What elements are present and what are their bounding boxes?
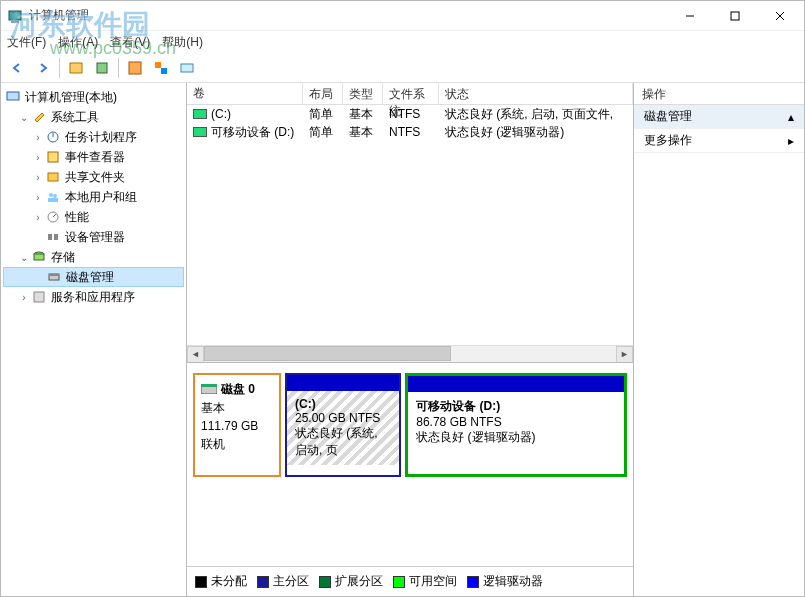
tree-label: 存储 [51,249,75,266]
collapse-icon[interactable]: ⌄ [17,112,31,123]
svg-rect-25 [34,254,44,260]
expand-icon[interactable]: › [17,292,31,303]
expand-icon[interactable]: › [31,192,45,203]
svg-rect-3 [731,12,739,20]
tree-task-scheduler[interactable]: › 任务计划程序 [3,127,184,147]
disk-state: 联机 [201,436,273,452]
actions-more[interactable]: 更多操作 ▸ [634,129,804,153]
tree-label: 设备管理器 [65,229,125,246]
disk-graphical-view: 磁盘 0 基本 111.79 GB 联机 (C:) 25.00 GB NTFS [187,363,633,596]
tree-label: 计算机管理(本地) [25,89,117,106]
svg-rect-10 [161,68,167,74]
volume-row[interactable]: 可移动设备 (D:) 简单 基本 NTFS 状态良好 (逻辑驱动器) [187,123,633,141]
volume-row[interactable]: (C:) 简单 基本 NTFS 状态良好 (系统, 启动, 页面文件, [187,105,633,123]
tree-label: 性能 [65,209,89,226]
partition-name: 可移动设备 (D:) [416,398,616,415]
partition-d[interactable]: 可移动设备 (D:) 86.78 GB NTFS 状态良好 (逻辑驱动器) [405,373,627,477]
tree-services[interactable]: › 服务和应用程序 [3,287,184,307]
svg-rect-11 [181,64,193,72]
disk-header-box[interactable]: 磁盘 0 基本 111.79 GB 联机 [193,373,281,477]
svg-rect-28 [34,292,44,302]
vol-name: (C:) [211,107,231,121]
expand-icon[interactable]: › [31,212,45,223]
vol-status: 状态良好 (逻辑驱动器) [439,123,633,142]
storage-icon [31,249,47,265]
actions-header: 操作 [634,83,804,105]
tree-system-tools[interactable]: ⌄ 系统工具 [3,107,184,127]
menu-file[interactable]: 文件(F) [7,34,46,51]
disk-icon [201,383,217,397]
expand-icon[interactable]: › [31,132,45,143]
tree-disk-management[interactable]: 磁盘管理 [3,267,184,287]
menu-help[interactable]: 帮助(H) [162,34,203,51]
horizontal-scrollbar[interactable]: ◄ ► [187,345,633,362]
forward-button[interactable] [31,56,55,80]
partition-name: (C:) [295,397,391,411]
svg-rect-12 [7,92,19,100]
legend-unallocated: 未分配 [195,573,247,590]
col-layout[interactable]: 布局 [303,83,343,104]
partition-legend: 未分配 主分区 扩展分区 可用空间 逻辑驱动器 [187,566,633,596]
tree-event-viewer[interactable]: › 事件查看器 [3,147,184,167]
computer-icon [5,89,21,105]
svg-rect-30 [201,384,217,387]
menu-action[interactable]: 操作(A) [58,34,98,51]
close-button[interactable] [757,1,802,30]
col-volume[interactable]: 卷 [187,83,303,104]
vol-fs: NTFS [383,106,439,122]
maximize-button[interactable] [712,1,757,30]
partition-stripe [287,375,399,391]
toolbar-btn-1[interactable] [64,56,88,80]
vol-type: 基本 [343,105,383,124]
menu-view[interactable]: 查看(V) [110,34,150,51]
volume-rows: (C:) 简单 基本 NTFS 状态良好 (系统, 启动, 页面文件, 可移动设… [187,105,633,345]
svg-rect-19 [48,198,58,202]
scroll-left-arrow[interactable]: ◄ [187,346,204,363]
action-label: 磁盘管理 [644,108,692,125]
toolbar-btn-3[interactable] [123,56,147,80]
scroll-track[interactable] [204,346,616,363]
svg-rect-16 [48,173,58,181]
svg-rect-9 [155,62,161,68]
vol-type: 基本 [343,123,383,142]
svg-rect-0 [9,11,21,20]
app-icon [7,8,23,24]
tree-label: 本地用户和组 [65,189,137,206]
disk-icon [46,269,62,285]
tree-shared-folders[interactable]: › 共享文件夹 [3,167,184,187]
svg-point-17 [49,193,53,197]
toolbar-btn-4[interactable] [149,56,173,80]
actions-disk-management[interactable]: 磁盘管理 ▴ [634,105,804,129]
tree-device-manager[interactable]: 设备管理器 [3,227,184,247]
titlebar: 计算机管理 [1,1,804,31]
action-label: 更多操作 [644,132,692,149]
scroll-right-arrow[interactable]: ► [616,346,633,363]
toolbar-btn-2[interactable] [90,56,114,80]
expand-icon[interactable]: › [31,172,45,183]
volume-header: 卷 布局 类型 文件系统 状态 [187,83,633,105]
actions-panel: 操作 磁盘管理 ▴ 更多操作 ▸ [634,83,804,596]
collapse-icon[interactable]: ⌄ [17,252,31,263]
event-icon [45,149,61,165]
back-button[interactable] [5,56,29,80]
partition-c[interactable]: (C:) 25.00 GB NTFS 状态良好 (系统, 启动, 页 [285,373,401,477]
content-area: 计算机管理(本地) ⌄ 系统工具 › 任务计划程序 › 事件查看器 › 共享文件… [1,83,804,596]
services-icon [31,289,47,305]
tree-label: 服务和应用程序 [51,289,135,306]
col-filesystem[interactable]: 文件系统 [383,83,439,104]
tree-root[interactable]: 计算机管理(本地) [3,87,184,107]
toolbar-btn-5[interactable] [175,56,199,80]
expand-icon[interactable]: › [31,152,45,163]
tree-performance[interactable]: › 性能 [3,207,184,227]
minimize-button[interactable] [667,1,712,30]
scroll-thumb[interactable] [204,346,451,361]
right-arrow-icon: ▸ [788,134,794,148]
col-status[interactable]: 状态 [439,83,633,104]
blank-toggle [32,272,46,283]
col-type[interactable]: 类型 [343,83,383,104]
vol-name: 可移动设备 (D:) [211,124,294,141]
performance-icon [45,209,61,225]
tree-storage[interactable]: ⌄ 存储 [3,247,184,267]
device-icon [45,229,61,245]
tree-local-users[interactable]: › 本地用户和组 [3,187,184,207]
